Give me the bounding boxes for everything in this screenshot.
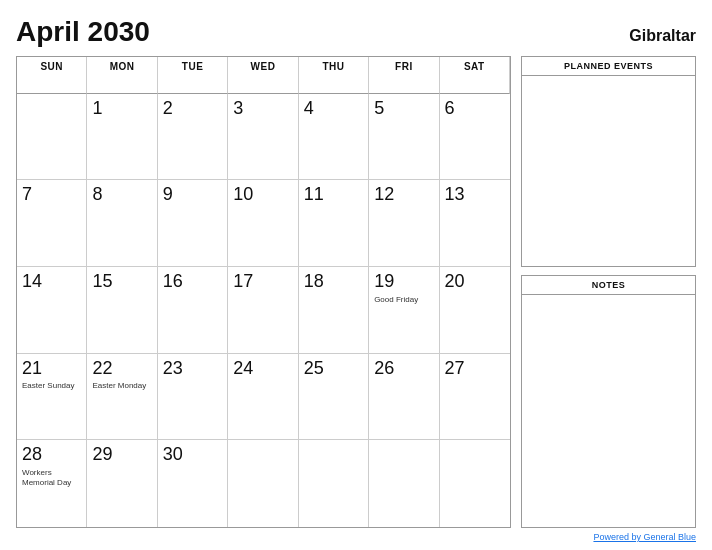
- day-cell-24: 24: [228, 354, 298, 441]
- day-cell-29: 29: [87, 440, 157, 527]
- day-cell-empty-3: [299, 440, 369, 527]
- day-cell-25: 25: [299, 354, 369, 441]
- powered-by-link[interactable]: Powered by General Blue: [593, 532, 696, 542]
- footer: Powered by General Blue: [16, 528, 696, 542]
- day-header-thu: THU: [299, 57, 369, 94]
- day-cell-19: 19 Good Friday: [369, 267, 439, 354]
- day-cell-23: 23: [158, 354, 228, 441]
- day-cell-empty-1: [17, 94, 87, 181]
- day-cell-26: 26: [369, 354, 439, 441]
- day-cell-6: 6: [440, 94, 510, 181]
- day-cell-empty-5: [440, 440, 510, 527]
- day-cell-27: 27: [440, 354, 510, 441]
- day-header-fri: FRI: [369, 57, 439, 94]
- region-title: Gibraltar: [629, 27, 696, 45]
- day-header-tue: TUE: [158, 57, 228, 94]
- day-cell-3: 3: [228, 94, 298, 181]
- day-cell-18: 18: [299, 267, 369, 354]
- day-cell-7: 7: [17, 180, 87, 267]
- day-cell-4: 4: [299, 94, 369, 181]
- day-cell-9: 9: [158, 180, 228, 267]
- day-header-wed: WED: [228, 57, 298, 94]
- day-cell-15: 15: [87, 267, 157, 354]
- sidebar: PLANNED EVENTS NOTES: [521, 56, 696, 528]
- day-cell-12: 12: [369, 180, 439, 267]
- event-easter-monday: Easter Monday: [92, 381, 151, 391]
- notes-panel: NOTES: [521, 275, 696, 528]
- day-cell-10: 10: [228, 180, 298, 267]
- day-cell-14: 14: [17, 267, 87, 354]
- day-cell-30: 30: [158, 440, 228, 527]
- day-cell-5: 5: [369, 94, 439, 181]
- planned-events-panel: PLANNED EVENTS: [521, 56, 696, 267]
- day-cell-13: 13: [440, 180, 510, 267]
- day-header-mon: MON: [87, 57, 157, 94]
- day-cell-16: 16: [158, 267, 228, 354]
- day-cell-20: 20: [440, 267, 510, 354]
- event-workers-memorial: Workers Memorial Day: [22, 468, 81, 487]
- month-title: April 2030: [16, 16, 150, 48]
- day-cell-8: 8: [87, 180, 157, 267]
- day-cell-empty-4: [369, 440, 439, 527]
- day-cell-17: 17: [228, 267, 298, 354]
- main-content: SUN MON TUE WED THU FRI SAT 1 2 3 4 5 6 …: [16, 56, 696, 528]
- day-cell-empty-2: [228, 440, 298, 527]
- day-cell-11: 11: [299, 180, 369, 267]
- event-easter-sunday: Easter Sunday: [22, 381, 81, 391]
- notes-title: NOTES: [522, 276, 695, 295]
- day-cell-28: 28 Workers Memorial Day: [17, 440, 87, 527]
- page: April 2030 Gibraltar SUN MON TUE WED THU…: [0, 0, 712, 550]
- calendar-section: SUN MON TUE WED THU FRI SAT 1 2 3 4 5 6 …: [16, 56, 511, 528]
- day-header-sun: SUN: [17, 57, 87, 94]
- event-good-friday: Good Friday: [374, 295, 433, 305]
- notes-body: [522, 295, 695, 527]
- day-cell-21: 21 Easter Sunday: [17, 354, 87, 441]
- planned-events-title: PLANNED EVENTS: [522, 57, 695, 76]
- day-header-sat: SAT: [440, 57, 510, 94]
- planned-events-body: [522, 76, 695, 266]
- calendar-grid: SUN MON TUE WED THU FRI SAT 1 2 3 4 5 6 …: [17, 57, 510, 527]
- day-cell-1: 1: [87, 94, 157, 181]
- day-cell-2: 2: [158, 94, 228, 181]
- header: April 2030 Gibraltar: [16, 16, 696, 48]
- day-cell-22: 22 Easter Monday: [87, 354, 157, 441]
